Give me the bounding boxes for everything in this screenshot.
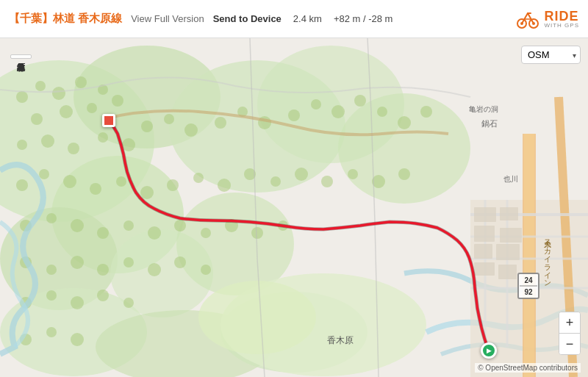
svg-point-83 [71, 296, 84, 309]
svg-point-27 [112, 95, 123, 107]
svg-point-52 [167, 179, 179, 191]
start-marker [102, 114, 115, 127]
svg-point-24 [31, 113, 43, 125]
elevation-stat: +82 m / -28 m [334, 13, 393, 24]
distance-stat: 2.4 km [293, 13, 322, 24]
svg-text:也川: 也川 [503, 175, 518, 183]
svg-point-18 [198, 281, 316, 354]
svg-point-51 [140, 186, 154, 199]
svg-rect-97 [498, 265, 517, 279]
svg-text:92: 92 [524, 288, 533, 296]
svg-point-30 [68, 143, 79, 154]
svg-point-71 [251, 227, 263, 239]
svg-point-20 [35, 81, 46, 91]
svg-point-84 [97, 290, 109, 301]
svg-point-58 [321, 176, 333, 187]
svg-point-87 [46, 327, 57, 337]
svg-point-72 [278, 220, 288, 231]
road-sign-label: 林道香木原線 [10, 54, 32, 59]
zoom-controls: + − [559, 312, 581, 355]
svg-point-42 [354, 95, 366, 107]
svg-point-49 [90, 183, 101, 195]
svg-point-82 [46, 290, 57, 301]
svg-point-79 [174, 256, 186, 268]
svg-rect-90 [474, 207, 496, 222]
svg-rect-91 [500, 207, 518, 220]
svg-point-59 [348, 169, 358, 179]
svg-rect-93 [500, 228, 522, 243]
svg-rect-94 [474, 244, 492, 259]
svg-point-85 [123, 298, 134, 308]
svg-point-21 [52, 87, 65, 100]
svg-point-68 [174, 220, 186, 231]
svg-point-50 [116, 176, 126, 187]
svg-point-33 [141, 121, 153, 132]
svg-point-36 [215, 117, 226, 129]
svg-point-69 [201, 228, 211, 238]
svg-point-32 [122, 138, 135, 151]
send-to-device-button[interactable]: Send to Device [213, 13, 282, 24]
logo-sub-text: WITH GPS [544, 23, 579, 29]
svg-point-54 [218, 179, 231, 192]
svg-point-61 [398, 168, 410, 180]
svg-rect-96 [474, 262, 495, 276]
svg-point-44 [398, 116, 411, 129]
logo-text: RIDE WITH GPS [544, 10, 579, 29]
logo-ride-text: RIDE [544, 10, 579, 23]
end-marker-icon [481, 342, 497, 359]
svg-point-70 [225, 219, 238, 232]
svg-point-34 [164, 114, 174, 124]
map-container[interactable]: 鍋石 亀岩の洞 也川 香木原 大糸スカイライン 24 92 [0, 38, 588, 377]
route-title: 【千葉】林道 香木原線 [9, 12, 122, 26]
svg-point-26 [87, 103, 97, 113]
svg-point-35 [184, 123, 198, 137]
view-full-version-link[interactable]: View Full Version [131, 13, 204, 24]
map-type-select[interactable]: OSM Satellite Topo [521, 46, 581, 64]
svg-point-76 [97, 264, 109, 276]
svg-point-22 [75, 76, 87, 88]
svg-text:亀岩の洞: 亀岩の洞 [469, 105, 498, 113]
header: 【千葉】林道 香木原線 View Full Version Send to De… [0, 0, 588, 38]
svg-point-47 [39, 169, 49, 179]
svg-point-74 [46, 265, 57, 275]
svg-point-64 [71, 219, 84, 232]
svg-point-29 [41, 134, 54, 148]
svg-point-67 [148, 226, 161, 240]
header-left: 【千葉】林道 香木原線 View Full Version Send to De… [9, 12, 516, 26]
map-type-selector[interactable]: OSM Satellite Topo ▾ [521, 46, 581, 64]
svg-point-77 [123, 257, 134, 268]
svg-point-41 [331, 105, 345, 118]
end-marker [481, 342, 497, 359]
bicycle-icon [516, 7, 539, 31]
svg-point-28 [17, 140, 27, 150]
map-attribution: © OpenStreetMap contributors [475, 363, 581, 373]
svg-point-53 [193, 173, 204, 183]
zoom-in-button[interactable]: + [559, 312, 580, 333]
svg-point-66 [123, 220, 134, 231]
map-type-select-wrapper[interactable]: OSM Satellite Topo ▾ [521, 46, 581, 64]
ridewithgps-logo: RIDE WITH GPS [516, 7, 579, 31]
svg-point-88 [71, 333, 84, 346]
svg-point-80 [201, 265, 211, 275]
svg-point-45 [420, 106, 432, 118]
svg-point-13 [338, 93, 470, 204]
svg-text:鍋石: 鍋石 [481, 119, 498, 128]
svg-point-25 [60, 105, 73, 118]
svg-point-39 [288, 109, 300, 121]
svg-point-56 [270, 176, 281, 187]
svg-rect-92 [474, 226, 495, 242]
svg-point-19 [16, 91, 28, 103]
start-marker-icon [102, 114, 115, 127]
svg-point-63 [46, 213, 57, 223]
svg-point-46 [16, 179, 28, 191]
svg-rect-95 [496, 244, 520, 260]
zoom-out-button[interactable]: − [559, 334, 580, 354]
svg-text:香木原: 香木原 [327, 335, 354, 345]
svg-point-43 [377, 107, 387, 117]
svg-text:24: 24 [524, 276, 533, 284]
svg-point-31 [98, 132, 108, 143]
svg-point-57 [295, 168, 308, 181]
svg-point-48 [63, 175, 76, 188]
svg-text:大糸スカイライン: 大糸スカイライン [544, 234, 552, 286]
svg-point-40 [311, 99, 321, 109]
